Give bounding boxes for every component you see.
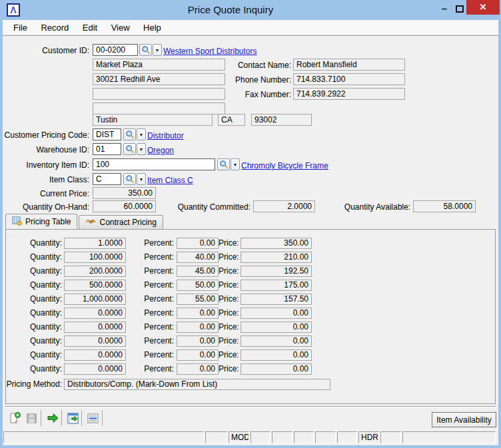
quantity-label: Quantity: [6,252,62,263]
drill-down-button[interactable] [65,410,81,426]
price-field: 0.00 [241,308,312,319]
quantity-field: 0.0000 [64,349,126,361]
customer-lookup-button[interactable] [139,44,152,56]
status-segment [294,431,314,443]
percent-label: Percent: [126,363,174,375]
phone-number-field: 714.833.7100 [293,73,405,85]
tab-contract-pricing[interactable]: Contract Pricing [79,215,163,229]
price-label: Price: [219,238,239,249]
zip-field: 93002 [251,114,312,126]
item-class-lookup-dropdown-icon[interactable]: ▼ [137,173,146,185]
price-field: 0.00 [241,349,312,361]
pricing-code-description-link[interactable]: Distributor [147,130,184,142]
fax-number-field: 714.839.2922 [293,88,405,100]
item-lookup: ▼ [217,158,240,170]
maximize-icon [456,5,464,13]
price-field: 192.50 [241,266,312,277]
price-field: 157.50 [241,294,312,305]
pricing-code-lookup: ▼ [123,128,146,140]
item-description-link[interactable]: Chromoly Bicycle Frame [241,160,328,172]
tab-label: Contract Pricing [99,218,156,227]
green-arrow-icon [46,411,59,425]
price-label: Price: [219,349,239,361]
status-segment [402,431,496,443]
warehouse-lookup: ▼ [123,143,146,155]
pricing-row: Quantity:0.0000Percent:0.00Price:0.00 [6,336,495,347]
new-note-icon [8,411,21,425]
item-class-description-link[interactable]: Item Class C [147,174,193,186]
item-lookup-dropdown-icon[interactable]: ▼ [231,158,240,170]
status-segment [315,431,336,443]
next-button[interactable] [45,410,61,426]
item-class-lookup-button[interactable] [123,173,136,185]
warehouse-id-field[interactable]: 01 [93,143,121,155]
price-field: 175.00 [241,280,312,291]
pricing-code-lookup-button[interactable] [123,128,136,140]
menu-edit[interactable]: Edit [77,20,103,33]
address-line4-field [93,103,225,114]
quantity-field: 0.0000 [64,322,126,333]
percent-field: 0.00 [177,336,219,347]
customer-lookup-dropdown-icon[interactable]: ▼ [153,44,162,56]
close-button[interactable]: ✕ [466,0,500,15]
price-quote-inquiry-window: Λ Price Quote Inquiry – ✕ File Record Ed… [0,0,501,448]
city-field: Tustin [93,114,213,126]
save-icon [25,412,38,425]
pricing-row: Quantity:0.0000Percent:0.00Price:0.00 [6,363,495,375]
maximize-button[interactable] [453,0,466,15]
percent-field: 45.00 [177,266,219,277]
item-lookup-button[interactable] [217,158,230,170]
percent-label: Percent: [126,294,174,305]
menu-help[interactable]: Help [138,20,167,33]
warehouse-description-link[interactable]: Oregon [147,144,174,156]
customer-pricing-code-label: Customer Pricing Code: [0,129,89,141]
list-icon [87,412,99,425]
customer-name-link[interactable]: Western Sport Distributors [163,45,257,57]
percent-label: Percent: [126,266,174,277]
pricing-row: Quantity:0.0000Percent:0.00Price:0.00 [6,308,495,319]
lines-button[interactable] [85,410,101,426]
menu-file[interactable]: File [8,20,33,33]
title-bar[interactable]: Λ Price Quote Inquiry – ✕ [0,0,501,20]
menu-record[interactable]: Record [35,20,74,33]
price-label: Price: [219,252,239,263]
tab-pricing-table[interactable]: Pricing Table [5,214,77,229]
quantity-on-hand-field: 60.0000 [93,200,156,212]
minimize-button[interactable]: – [438,0,450,15]
customer-pricing-code-field[interactable]: DIST [93,128,121,140]
state-field: CA [218,114,245,126]
address-line1-field: Market Plaza [93,59,225,71]
inventory-item-id-field[interactable]: 100 [93,158,215,170]
item-class-label: Item Class: [0,174,89,186]
warehouse-lookup-button[interactable] [123,143,136,155]
new-button[interactable] [7,410,23,426]
pricing-rows: Quantity:1.0000Percent:0.00Price:350.00Q… [6,238,495,375]
percent-label: Percent: [126,336,174,347]
quantity-available-field: 58.0000 [413,200,476,212]
quantity-field: 100.0000 [64,252,126,263]
phone-number-label: Phone Number: [227,74,291,86]
quantity-on-hand-label: Quantity On-Hand: [0,201,89,213]
item-availability-button[interactable]: Item Availability [432,412,496,427]
menu-bar: File Record Edit View Help [3,20,498,35]
quantity-label: Quantity: [6,308,62,319]
pricing-method-label: Pricing Method: [6,379,62,390]
pricing-row: Quantity:200.0000Percent:45.00Price:192.… [6,266,495,277]
percent-field: 40.00 [177,252,219,263]
status-segment [3,431,204,443]
quantity-field: 0.0000 [64,336,126,347]
warehouse-lookup-dropdown-icon[interactable]: ▼ [137,143,146,155]
customer-id-field[interactable]: 00-0200 [93,44,138,56]
price-label: Price: [219,363,239,375]
quantity-field: 1.0000 [64,238,126,249]
address-line3-field [93,88,225,100]
menu-view[interactable]: View [106,20,135,33]
status-hdr-segment: HDR [358,431,379,443]
save-button[interactable] [23,410,39,426]
fax-number-label: Fax Number: [227,89,291,101]
pricing-code-lookup-dropdown-icon[interactable]: ▼ [137,128,146,140]
price-label: Price: [219,280,239,291]
customer-id-label: Customer ID: [0,45,89,57]
status-segment [272,431,292,443]
item-class-field[interactable]: C [93,173,121,185]
